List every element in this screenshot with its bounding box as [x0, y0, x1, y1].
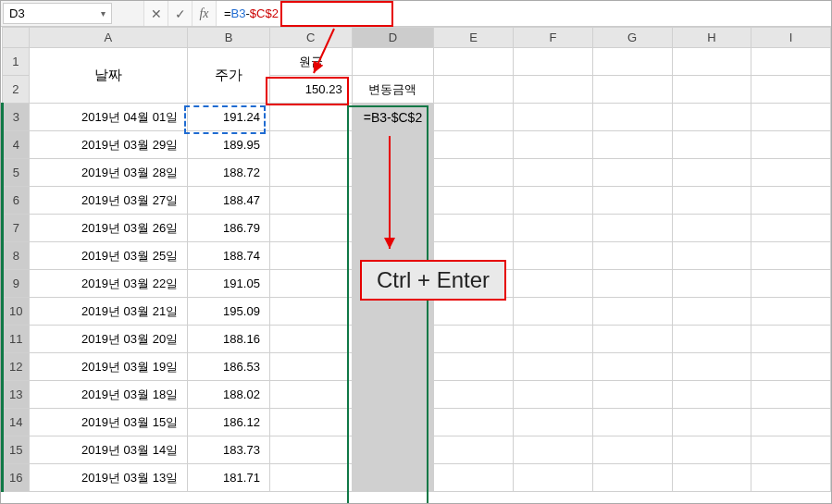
- cell-E5[interactable]: [434, 159, 514, 187]
- cell-C4[interactable]: [269, 131, 352, 159]
- cell-E7[interactable]: [434, 215, 514, 242]
- cell-C14[interactable]: [269, 409, 352, 436]
- cell-E6[interactable]: [434, 187, 514, 215]
- row-header-12[interactable]: 12: [3, 353, 30, 381]
- fx-icon[interactable]: fx: [192, 1, 216, 26]
- cell-C8[interactable]: [269, 242, 352, 270]
- cell-E10[interactable]: [434, 298, 514, 326]
- cell-E15[interactable]: [434, 436, 514, 464]
- cell-A13[interactable]: 2019년 03월 18일: [29, 381, 187, 409]
- cell-A11[interactable]: 2019년 03월 20일: [29, 326, 187, 353]
- cell-E1[interactable]: [434, 48, 514, 76]
- cell-A7[interactable]: 2019년 03월 26일: [29, 215, 187, 242]
- row-header-4[interactable]: 4: [3, 131, 30, 159]
- cell-H6[interactable]: [672, 187, 751, 215]
- row-header-5[interactable]: 5: [3, 159, 30, 187]
- cell-H13[interactable]: [672, 381, 751, 409]
- cell-G2[interactable]: [592, 76, 672, 104]
- row-header-16[interactable]: 16: [3, 464, 30, 492]
- col-header-D[interactable]: D: [352, 28, 434, 48]
- cell-A5[interactable]: 2019년 03월 28일: [29, 159, 187, 187]
- cell-I9[interactable]: [751, 270, 831, 298]
- row-header-13[interactable]: 13: [3, 381, 30, 409]
- cell-D6[interactable]: [352, 187, 434, 215]
- cell-G10[interactable]: [592, 298, 672, 326]
- cell-H10[interactable]: [672, 298, 751, 326]
- col-header-G[interactable]: G: [592, 28, 672, 48]
- cell-A16[interactable]: 2019년 03월 13일: [29, 464, 187, 492]
- cell-F2[interactable]: [514, 76, 593, 104]
- cell-E4[interactable]: [434, 131, 514, 159]
- col-header-H[interactable]: H: [672, 28, 751, 48]
- cell-A8[interactable]: 2019년 03월 25일: [29, 242, 187, 270]
- cell-A4[interactable]: 2019년 03월 29일: [29, 131, 187, 159]
- cell-G4[interactable]: [592, 131, 672, 159]
- cell-E2[interactable]: [434, 76, 514, 104]
- cell-F14[interactable]: [514, 409, 593, 436]
- cell-F11[interactable]: [514, 326, 593, 353]
- name-box[interactable]: D3 ▾: [3, 3, 112, 24]
- cell-F6[interactable]: [514, 187, 593, 215]
- cell-G12[interactable]: [592, 353, 672, 381]
- cell-D4[interactable]: [352, 131, 434, 159]
- row-header-15[interactable]: 15: [3, 436, 30, 464]
- cell-A14[interactable]: 2019년 03월 15일: [29, 409, 187, 436]
- cell-I2[interactable]: [751, 76, 831, 104]
- row-header-9[interactable]: 9: [3, 270, 30, 298]
- cell-E11[interactable]: [434, 326, 514, 353]
- row-header-11[interactable]: 11: [3, 326, 30, 353]
- cell-B6[interactable]: 188.47: [188, 187, 270, 215]
- cancel-formula-icon[interactable]: ✕: [143, 1, 168, 26]
- cell-I6[interactable]: [751, 187, 831, 215]
- cell-D10[interactable]: [352, 298, 434, 326]
- cell-F13[interactable]: [514, 381, 593, 409]
- cell-D13[interactable]: [352, 381, 434, 409]
- cell-G14[interactable]: [592, 409, 672, 436]
- cell-I13[interactable]: [751, 381, 831, 409]
- col-header-C[interactable]: C: [269, 28, 352, 48]
- cell-B10[interactable]: 195.09: [188, 298, 270, 326]
- cell-E16[interactable]: [434, 464, 514, 492]
- cell-B9[interactable]: 191.05: [188, 270, 270, 298]
- cell-I4[interactable]: [751, 131, 831, 159]
- cell-F8[interactable]: [514, 242, 593, 270]
- cell-G8[interactable]: [592, 242, 672, 270]
- cell-D3[interactable]: =B3-$C$2: [352, 104, 434, 131]
- cell-C10[interactable]: [269, 298, 352, 326]
- cell-F1[interactable]: [514, 48, 593, 76]
- cell-D16[interactable]: [352, 464, 434, 492]
- row-header-7[interactable]: 7: [3, 215, 30, 242]
- cell-I14[interactable]: [751, 409, 831, 436]
- cell-B5[interactable]: 188.72: [188, 159, 270, 187]
- cell-A9[interactable]: 2019년 03월 22일: [29, 270, 187, 298]
- cell-G11[interactable]: [592, 326, 672, 353]
- row-header-6[interactable]: 6: [3, 187, 30, 215]
- row-header-8[interactable]: 8: [3, 242, 30, 270]
- col-header-I[interactable]: I: [751, 28, 831, 48]
- cell-F15[interactable]: [514, 436, 593, 464]
- cell-A15[interactable]: 2019년 03월 14일: [29, 436, 187, 464]
- cell-H16[interactable]: [672, 464, 751, 492]
- row-header-2[interactable]: 2: [3, 76, 30, 104]
- cell-C3[interactable]: [269, 104, 352, 131]
- cell-G7[interactable]: [592, 215, 672, 242]
- cell-F3[interactable]: [514, 104, 593, 131]
- cell-H2[interactable]: [672, 76, 751, 104]
- cell-H3[interactable]: [672, 104, 751, 131]
- row-header-14[interactable]: 14: [3, 409, 30, 436]
- row-header-10[interactable]: 10: [3, 298, 30, 326]
- cell-G15[interactable]: [592, 436, 672, 464]
- chevron-down-icon[interactable]: ▾: [101, 8, 106, 18]
- cell-D1[interactable]: [352, 48, 434, 76]
- select-all-corner[interactable]: [3, 28, 30, 48]
- cell-A6[interactable]: 2019년 03월 27일: [29, 187, 187, 215]
- cell-H5[interactable]: [672, 159, 751, 187]
- cell-A3[interactable]: 2019년 04월 01일: [29, 104, 187, 131]
- cell-B4[interactable]: 189.95: [188, 131, 270, 159]
- cell-D5[interactable]: [352, 159, 434, 187]
- cell-B12[interactable]: 186.53: [188, 353, 270, 381]
- cell-B13[interactable]: 188.02: [188, 381, 270, 409]
- cell-I7[interactable]: [751, 215, 831, 242]
- cell-H7[interactable]: [672, 215, 751, 242]
- cell-I3[interactable]: [751, 104, 831, 131]
